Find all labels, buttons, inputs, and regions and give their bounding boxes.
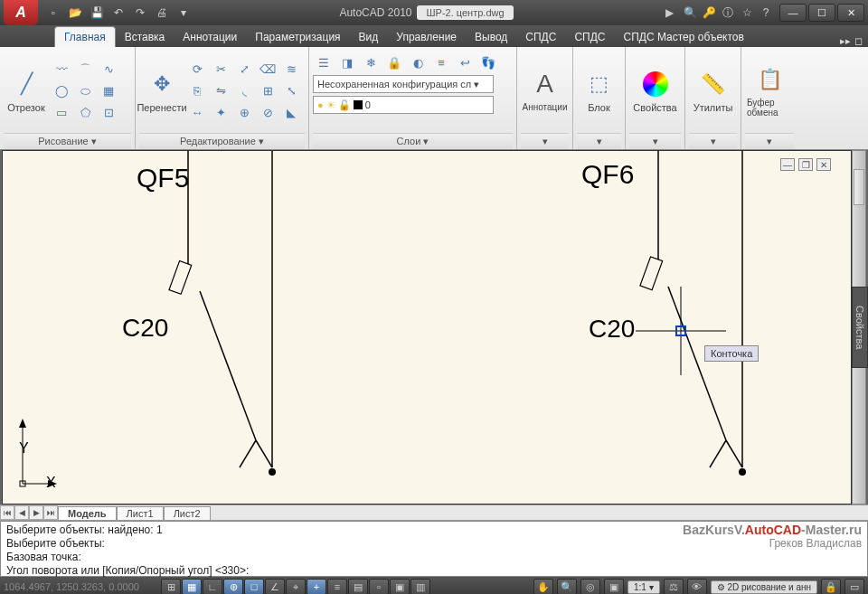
block-button[interactable]: ⬚ Блок	[577, 56, 621, 127]
extend-icon[interactable]: ⤢	[233, 60, 255, 80]
vp-restore-icon[interactable]: ❐	[798, 158, 813, 171]
array-icon[interactable]: ⊞	[257, 81, 278, 101]
undo-icon[interactable]: ↶	[108, 4, 128, 22]
open-icon[interactable]: 📂	[65, 4, 85, 22]
favorite-icon[interactable]: ☆	[739, 5, 755, 21]
minimize-button[interactable]: —	[779, 4, 807, 22]
qp-toggle[interactable]: ▤	[348, 579, 368, 594]
tab-annotate[interactable]: Аннотации	[174, 27, 246, 47]
qv-layout-toggle[interactable]: ▣	[390, 579, 410, 594]
trim-icon[interactable]: ✂	[210, 60, 231, 80]
polygon-icon[interactable]: ⬠	[74, 103, 96, 123]
layer-walk-icon[interactable]: 👣	[477, 52, 499, 72]
annotation-button[interactable]: A Аннотации	[521, 56, 569, 127]
coordinate-readout[interactable]: 1064.4967, 1250.3263, 0.0000	[4, 581, 157, 592]
break-icon[interactable]: ⊘	[257, 103, 278, 123]
erase-icon[interactable]: ⌫	[257, 60, 278, 80]
lwt-toggle[interactable]: ≡	[327, 579, 347, 594]
rotate-icon[interactable]: ⟳	[186, 60, 208, 80]
dyn-toggle[interactable]: +	[307, 579, 326, 594]
annotation-scale[interactable]: 1:1 ▾	[627, 580, 660, 594]
maximize-button[interactable]: ☐	[808, 4, 835, 22]
grid-toggle[interactable]: ▦	[182, 579, 202, 594]
properties-button[interactable]: Свойства	[633, 56, 678, 127]
arc-icon[interactable]: ⌒	[74, 60, 96, 80]
panel-utilities-title[interactable]: ▾	[689, 133, 737, 149]
layer-state-combo[interactable]: Несохраненная конфигурация сл ▾	[313, 75, 494, 93]
panel-layers-title[interactable]: Слои ▾	[313, 133, 513, 149]
mirror-icon[interactable]: ⇋	[210, 81, 231, 101]
panel-draw-title[interactable]: Рисование ▾	[4, 133, 131, 149]
properties-palette-tab[interactable]: Свойства	[852, 287, 868, 368]
tab-spds-2[interactable]: СПДС	[565, 27, 614, 47]
clipboard-button[interactable]: 📋 Буфер обмена	[747, 56, 792, 127]
layer-lock-icon[interactable]: 🔒	[383, 52, 405, 72]
vp-close-icon[interactable]: ✕	[816, 158, 831, 171]
layout-first-icon[interactable]: ⏮	[0, 505, 14, 520]
command-line[interactable]: Выберите объекты: найдено: 1 Выберите об…	[0, 521, 868, 577]
app-menu-button[interactable]: A	[4, 0, 38, 25]
workspace-switcher[interactable]: ⚙ 2D рисование и анн	[711, 580, 817, 594]
offset-icon[interactable]: ≋	[280, 60, 302, 80]
tab-spds-master[interactable]: СПДС Мастер объектов	[614, 27, 752, 47]
tab-manage[interactable]: Управление	[387, 27, 466, 47]
spline-icon[interactable]: ∿	[98, 60, 119, 80]
layout-last-icon[interactable]: ⏭	[43, 505, 58, 520]
chamfer-icon[interactable]: ◣	[280, 103, 302, 123]
tab-output[interactable]: Вывод	[466, 27, 516, 47]
layer-prop-icon[interactable]: ☰	[313, 52, 335, 72]
tab-layout-2[interactable]: Лист2	[164, 506, 211, 520]
plot-icon[interactable]: 🖨	[152, 4, 172, 22]
ribbon-minimize-icon[interactable]: ◻	[854, 35, 863, 47]
fillet-icon[interactable]: ◟	[233, 81, 255, 101]
close-button[interactable]: ✕	[837, 4, 864, 22]
ortho-toggle[interactable]: ∟	[203, 579, 222, 594]
line-button[interactable]: ╱ Отрезок	[4, 56, 49, 127]
layer-current-combo[interactable]: ● ☀ 🔓 0	[313, 96, 494, 114]
scrollbar-thumb[interactable]	[854, 169, 864, 205]
tab-model[interactable]: Модель	[58, 506, 117, 520]
panel-modify-title[interactable]: Редактирование ▾	[139, 133, 305, 149]
circle-icon[interactable]: ◯	[51, 81, 72, 101]
annovis-icon[interactable]: 👁	[687, 579, 707, 594]
model-space-viewport[interactable]: QF5 C20 QF6 C20	[2, 150, 852, 504]
clean-screen-icon[interactable]: ▭	[844, 579, 864, 594]
new-icon[interactable]: ▫	[43, 4, 63, 22]
move-button[interactable]: ✥ Перенести	[139, 56, 184, 127]
help-icon[interactable]: ?	[758, 5, 774, 21]
zoom-icon[interactable]: 🔍	[557, 579, 577, 594]
otrack-toggle[interactable]: ∠	[265, 579, 285, 594]
panel-annotation-title[interactable]: ▾	[521, 133, 569, 149]
layer-freeze-icon[interactable]: ❄	[360, 52, 382, 72]
annoscale-icon[interactable]: ⚖	[664, 579, 684, 594]
ducs-toggle[interactable]: ⌖	[286, 579, 306, 594]
qv-drawing-toggle[interactable]: ▥	[410, 579, 430, 594]
pan-icon[interactable]: ✋	[533, 579, 553, 594]
layer-match-icon[interactable]: ≡	[430, 52, 452, 72]
ellipse-icon[interactable]: ⬭	[74, 81, 96, 101]
stretch-icon[interactable]: ↔	[186, 103, 208, 123]
tab-view[interactable]: Вид	[350, 27, 388, 47]
steering-wheel-icon[interactable]: ◎	[580, 579, 600, 594]
utilities-button[interactable]: 📏 Утилиты	[691, 56, 736, 127]
layout-next-icon[interactable]: ▶	[29, 505, 43, 520]
tab-layout-1[interactable]: Лист1	[117, 506, 164, 520]
join-icon[interactable]: ⊕	[233, 103, 255, 123]
tab-spds-1[interactable]: СПДС	[516, 27, 565, 47]
layout-prev-icon[interactable]: ◀	[14, 505, 29, 520]
hatch-icon[interactable]: ▦	[98, 81, 119, 101]
info-icon[interactable]: ⓘ	[720, 5, 736, 21]
panel-clipboard-title[interactable]: ▾	[745, 133, 794, 149]
qat-more-icon[interactable]: ▾	[174, 4, 193, 22]
panel-properties-title[interactable]: ▾	[629, 133, 681, 149]
rectangle-icon[interactable]: ▭	[51, 103, 72, 123]
binoculars-icon[interactable]: 🔍	[682, 5, 698, 21]
tab-insert[interactable]: Вставка	[116, 27, 175, 47]
layer-prev-icon[interactable]: ↩	[454, 52, 476, 72]
copy-icon[interactable]: ⎘	[186, 81, 208, 101]
explode-icon[interactable]: ✦	[210, 103, 231, 123]
vp-minimize-icon[interactable]: —	[780, 158, 795, 171]
scale-icon[interactable]: ⤡	[280, 81, 302, 101]
key-icon[interactable]: 🔑	[701, 5, 717, 21]
redo-icon[interactable]: ↷	[130, 4, 150, 22]
